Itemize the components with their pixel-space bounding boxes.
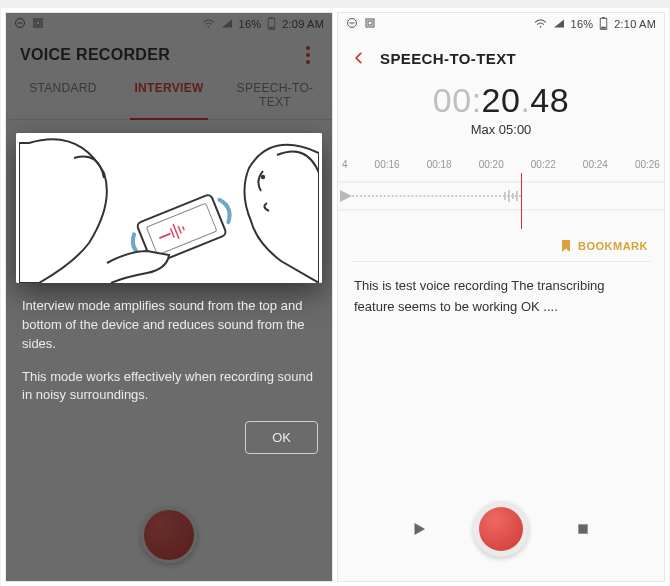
do-not-disturb-icon	[346, 17, 358, 31]
waveform-area[interactable]: 4 00:16 00:18 00:20 00:22 00:24 00:26	[338, 159, 664, 229]
recording-timer: 00:20.48 Max 05:00	[338, 81, 664, 137]
status-bar: 16% 2:10 AM	[338, 13, 664, 35]
back-button[interactable]	[352, 49, 366, 67]
svg-rect-21	[368, 21, 372, 25]
screen-header: SPEECH-TO-TEXT	[338, 35, 664, 75]
playback-controls	[338, 501, 664, 557]
battery-pct: 16%	[571, 18, 594, 30]
dialog-paragraph-2: This mode works effectively when recordi…	[22, 368, 316, 406]
signal-icon	[553, 18, 565, 31]
play-button[interactable]	[409, 519, 429, 539]
dialog-paragraph-1: Interview mode amplifies sound from the …	[22, 297, 316, 354]
battery-icon	[599, 17, 608, 32]
svg-rect-20	[366, 19, 374, 27]
playhead-indicator	[521, 173, 522, 229]
svg-rect-25	[602, 17, 605, 18]
svg-point-10	[261, 175, 265, 179]
svg-marker-29	[340, 190, 352, 202]
svg-marker-23	[554, 19, 564, 27]
interview-info-dialog	[16, 133, 322, 283]
tick-3: 00:20	[479, 159, 504, 170]
record-button[interactable]	[473, 501, 529, 557]
bookmark-button[interactable]: BOOKMARK	[338, 229, 664, 261]
tick-0: 4	[342, 159, 348, 170]
svg-rect-26	[601, 26, 606, 28]
status-time: 2:10 AM	[614, 18, 656, 30]
timer-faint: 00:	[433, 81, 482, 119]
ok-button[interactable]: OK	[245, 421, 318, 454]
timer-seconds: 20	[482, 81, 521, 119]
timer-frac: 48	[530, 81, 569, 119]
screenshot-icon	[364, 17, 376, 31]
tick-4: 00:22	[531, 159, 556, 170]
bookmark-label: BOOKMARK	[578, 240, 648, 252]
tick-5: 00:24	[583, 159, 608, 170]
interview-illustration	[16, 133, 322, 283]
tick-6: 00:26	[635, 159, 660, 170]
wifi-icon	[534, 18, 547, 31]
dialog-body: Interview mode amplifies sound from the …	[6, 283, 332, 411]
transcript-text: This is test voice recording The transcr…	[338, 262, 664, 332]
right-screenshot: 16% 2:10 AM SPEECH-TO-TEXT 00:20.48 Max …	[337, 12, 665, 582]
screen-title: SPEECH-TO-TEXT	[380, 50, 516, 67]
svg-rect-36	[578, 524, 587, 533]
modal-overlay: Interview mode amplifies sound from the …	[6, 13, 332, 581]
svg-point-22	[539, 25, 541, 27]
tick-1: 00:16	[375, 159, 400, 170]
svg-marker-35	[415, 523, 426, 535]
timer-max: Max 05:00	[338, 122, 664, 137]
waveform	[338, 170, 664, 216]
stop-button[interactable]	[573, 519, 593, 539]
left-screenshot: 16% 2:09 AM VOICE RECORDER STANDARD INTE…	[5, 12, 333, 582]
tick-2: 00:18	[427, 159, 452, 170]
